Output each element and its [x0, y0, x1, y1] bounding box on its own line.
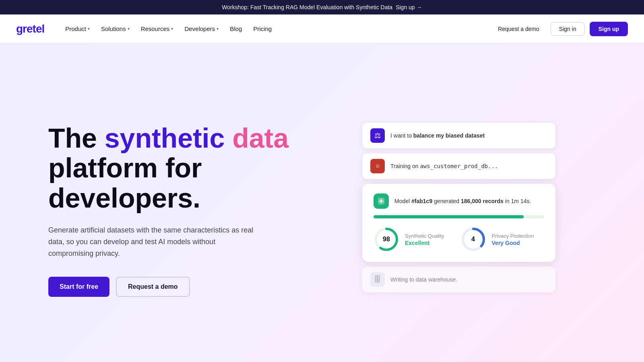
chevron-down-icon: ▾ — [88, 27, 90, 31]
svg-text:⬡: ⬡ — [376, 164, 379, 168]
hero-description: Generate artificial datasets with the sa… — [48, 224, 262, 259]
request-demo-link[interactable]: Request a demo — [491, 23, 546, 35]
nav-item-blog[interactable]: Blog — [225, 22, 247, 35]
chevron-down-icon: ▾ — [217, 27, 219, 31]
database-icon: 🗄 — [370, 272, 385, 287]
balance-icon: ⚖ — [370, 128, 385, 143]
request-demo-button[interactable]: Request a demo — [116, 277, 190, 297]
nav-actions: Request a demo Sign in Sign up — [491, 22, 628, 36]
nav-item-product[interactable]: Product ▾ — [60, 22, 95, 35]
chevron-down-icon: ▾ — [128, 27, 130, 31]
metric-privacy-protection: 4 Privacy Protection Very Good — [460, 226, 534, 252]
model-card-header: Model #fab1c9 generated 186,000 records … — [374, 193, 544, 209]
chevron-down-icon: ▾ — [171, 27, 173, 31]
synthetic-quality-gauge: 98 — [374, 226, 399, 252]
start-for-free-button[interactable]: Start for free — [48, 277, 109, 297]
banner-text: Workshop: Fast Tracking RAG Model Evalua… — [222, 4, 392, 10]
hero-section: The synthetic data platform for develope… — [0, 43, 644, 362]
hero-title-pre: The — [48, 123, 105, 153]
hero-title-space — [225, 123, 232, 153]
metric-synthetic-quality: 98 Synthetic Quality Excellent — [374, 226, 444, 252]
ui-mockup: ⚖ I want to balance my biased dataset ⬡ … — [362, 123, 555, 297]
step3-text: Writing to data warehouse. — [390, 276, 457, 283]
hero-content: The synthetic data platform for develope… — [48, 123, 322, 297]
nav-item-solutions[interactable]: Solutions ▾ — [96, 22, 134, 35]
banner-cta[interactable]: Sign up → — [396, 4, 422, 10]
hero-title-post: platform for developers. — [48, 152, 202, 213]
progress-bar — [374, 215, 544, 218]
hero-title-synthetic: synthetic — [105, 123, 225, 153]
step-row-balance: ⚖ I want to balance my biased dataset — [362, 123, 555, 148]
nav-item-pricing[interactable]: Pricing — [248, 22, 277, 35]
nav-links: Product ▾ Solutions ▾ Resources ▾ Develo… — [60, 22, 491, 35]
logo[interactable]: gretel — [16, 23, 44, 35]
nav-item-resources[interactable]: Resources ▾ — [136, 22, 178, 35]
progress-bar-fill — [374, 215, 524, 218]
sign-up-button[interactable]: Sign up — [590, 22, 628, 36]
privacy-protection-score: 4 — [471, 236, 475, 243]
step1-text: I want to balance my biased dataset — [390, 132, 485, 139]
privacy-protection-text: Privacy Protection Very Good — [492, 233, 534, 246]
step-row-training: ⬡ Training on aws_customer_prod_db... — [362, 153, 555, 179]
hero-title: The synthetic data platform for develope… — [48, 123, 322, 213]
step2-text: Training on aws_customer_prod_db... — [390, 163, 498, 169]
nav-item-developers[interactable]: Developers ▾ — [180, 22, 223, 35]
top-banner: Workshop: Fast Tracking RAG Model Evalua… — [0, 0, 644, 14]
synthetic-quality-text: Synthetic Quality Excellent — [405, 233, 444, 246]
model-icon — [374, 193, 389, 209]
model-result-card: Model #fab1c9 generated 186,000 records … — [362, 184, 555, 262]
step-row-warehouse: 🗄 Writing to data warehouse. — [362, 267, 555, 292]
hero-title-data: data — [232, 123, 289, 153]
synthetic-quality-score: 98 — [383, 236, 390, 243]
aws-icon: ⬡ — [370, 159, 385, 173]
sign-in-button[interactable]: Sign in — [551, 22, 585, 36]
privacy-protection-gauge: 4 — [460, 226, 486, 252]
hero-illustration: ⚖ I want to balance my biased dataset ⬡ … — [322, 123, 596, 297]
navbar: gretel Product ▾ Solutions ▾ Resources ▾… — [0, 14, 644, 43]
hero-buttons: Start for free Request a demo — [48, 277, 322, 297]
metrics-row: 98 Synthetic Quality Excellent — [374, 226, 544, 252]
model-card-text: Model #fab1c9 generated 186,000 records … — [394, 198, 531, 204]
